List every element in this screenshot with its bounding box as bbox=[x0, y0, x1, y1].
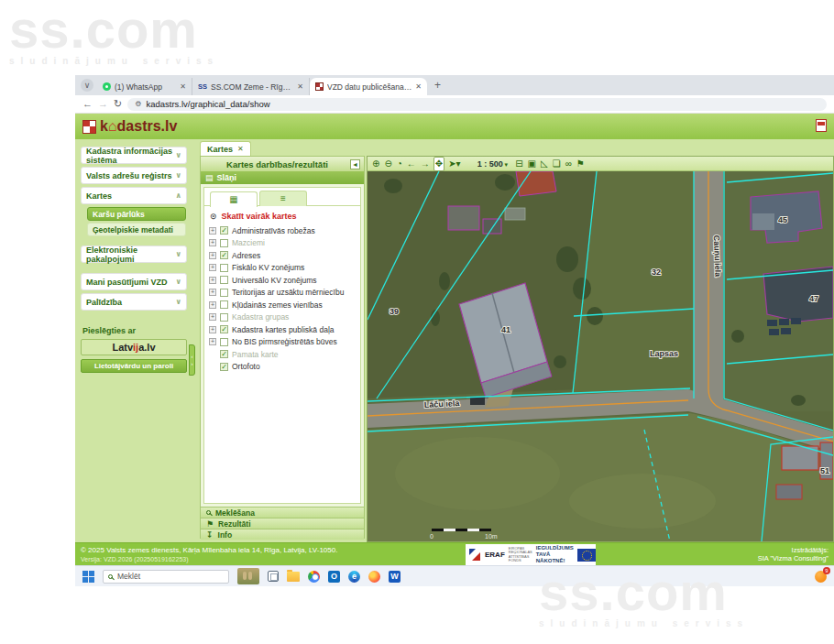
zoom-out-icon[interactable]: ⊖ bbox=[383, 158, 392, 170]
sidebar-collapse-handle[interactable]: ‹› bbox=[189, 344, 195, 376]
ortho-map[interactable]: 39 41 32 45 47 51 Lapsas Lāču iela Cauņu… bbox=[368, 171, 833, 541]
expander-icon[interactable]: + bbox=[209, 301, 216, 309]
forward-icon[interactable]: → bbox=[420, 158, 431, 170]
sidebar-item-mani-pasutijumi-vzd[interactable]: Mani pasūtījumi VZD ∨ bbox=[81, 273, 187, 290]
browser-tab-vzd[interactable]: VZD datu publicēšanas portāls ✕ bbox=[310, 78, 427, 95]
reload-icon[interactable]: ↻ bbox=[114, 99, 122, 109]
layer-row[interactable]: +Fiskālo KV zonējums bbox=[204, 262, 360, 275]
layer-row[interactable]: +✓Pamata karte bbox=[204, 348, 360, 361]
measure-icon[interactable]: ◺ bbox=[540, 158, 549, 170]
browser-tab-whatsapp[interactable]: (1) WhatsApp ✕ bbox=[97, 78, 192, 95]
expander-icon[interactable]: + bbox=[209, 313, 216, 321]
layers-section-header[interactable]: ▤ Slāņi bbox=[201, 171, 364, 184]
print-icon[interactable]: ⊟ bbox=[514, 158, 523, 170]
layer-checkbox[interactable] bbox=[220, 338, 228, 346]
layer-row[interactable]: +✓Ortofoto bbox=[204, 361, 360, 374]
outlook-icon[interactable]: O bbox=[328, 571, 340, 583]
pan-icon[interactable]: ✥ bbox=[433, 157, 444, 171]
layer-checkbox[interactable] bbox=[220, 313, 228, 322]
forward-icon[interactable]: → bbox=[98, 99, 108, 109]
layer-checkbox[interactable]: ✓ bbox=[220, 350, 228, 358]
tab-layer-list[interactable]: ≡ bbox=[259, 191, 307, 206]
new-tab-button[interactable]: + bbox=[434, 79, 441, 92]
layer-checkbox[interactable] bbox=[220, 239, 228, 247]
sidebar-subitem-geotelpiskie-metadati[interactable]: Ģeotelpiskie metadati bbox=[87, 223, 186, 236]
accordion-download[interactable]: ↧Info bbox=[201, 529, 364, 540]
layer-row[interactable]: +Universālo KV zonējums bbox=[204, 274, 360, 287]
layer-row[interactable]: +Kļūdainās zemes vienības bbox=[204, 299, 360, 311]
layer-checkbox[interactable] bbox=[220, 289, 228, 297]
scale-selector[interactable]: 1 : 500 ▾ bbox=[477, 159, 509, 169]
layer-checkbox[interactable]: ✓ bbox=[220, 226, 228, 235]
full-extent-icon[interactable]: ◔ bbox=[396, 158, 403, 170]
browser-tab-sscom[interactable]: SS SS.COM Zeme - Rīgas rajons - ✕ bbox=[192, 78, 310, 95]
layer-checkbox[interactable]: ✓ bbox=[220, 325, 228, 333]
back-icon[interactable]: ← bbox=[82, 99, 93, 109]
address-bar[interactable]: ⚙ kadastrs.lv/graphical_data/show bbox=[127, 98, 827, 111]
taskbar-search-input[interactable]: Meklēt bbox=[103, 570, 229, 584]
firefox-icon[interactable] bbox=[368, 571, 380, 583]
tray-notification-icon[interactable]: 9 bbox=[815, 571, 827, 583]
layer-row[interactable]: +No BIS pirmsreģistrētās būves bbox=[204, 336, 360, 349]
word-icon[interactable]: W bbox=[389, 571, 401, 583]
tab-close-icon[interactable]: ✕ bbox=[297, 82, 303, 91]
layer-checkbox[interactable]: ✓ bbox=[220, 251, 228, 259]
kadastrs-logo[interactable]: k⌂dastrs.lv bbox=[82, 118, 177, 135]
layer-row[interactable]: +✓Adreses bbox=[204, 249, 360, 262]
sidebar-item-label: Valsts adrešu reģistrs bbox=[86, 171, 172, 180]
layer-checkbox[interactable] bbox=[220, 264, 228, 272]
layer-row[interactable]: +Kadastra grupas bbox=[204, 311, 360, 324]
comment-icon[interactable]: ❏ bbox=[552, 158, 562, 170]
layer-checkbox[interactable]: ✓ bbox=[220, 363, 228, 371]
zoom-in-icon[interactable]: ⊕ bbox=[371, 158, 380, 170]
workspace-tab-kartes[interactable]: Kartes ✕ bbox=[200, 141, 251, 156]
sidebar-item-kadastra-informacijas-sistema[interactable]: Kadastra informācijas sistēma ∨ bbox=[81, 147, 187, 164]
tab-layer-tree[interactable]: ▦ bbox=[210, 191, 258, 207]
link-icon[interactable]: ∞ bbox=[565, 158, 573, 170]
sidebar-item-elektroniskie-pakalpojumi[interactable]: Elektroniskie pakalpojumi ∨ bbox=[81, 246, 187, 263]
header-print-icon[interactable] bbox=[816, 119, 827, 132]
show-more-maps-link[interactable]: ⊙ Skatīt vairāk kartes bbox=[210, 212, 357, 221]
map-viewport[interactable]: ⊕⊖◔←→✥➤▾1 : 500 ▾⊟▣◺❏∞⚑ bbox=[367, 156, 834, 542]
tab-close-icon[interactable]: ✕ bbox=[415, 82, 422, 91]
marker-icon[interactable]: ⚑ bbox=[576, 158, 586, 170]
layer-checkbox[interactable] bbox=[220, 276, 228, 284]
expander-icon[interactable]: + bbox=[209, 227, 216, 235]
tab-search-button[interactable]: ∨ bbox=[81, 79, 93, 92]
layer-row[interactable]: +Mazciemi bbox=[204, 237, 360, 250]
sidebar-subitem-karsu-parluks[interactable]: Karšu pārlūks bbox=[87, 207, 186, 221]
chrome-icon[interactable] bbox=[308, 571, 320, 583]
expander-icon[interactable]: + bbox=[209, 264, 216, 271]
expander-icon[interactable]: + bbox=[209, 289, 216, 296]
sidebar-item-valsts-adresu-registrs[interactable]: Valsts adrešu reģistrs ∨ bbox=[81, 167, 187, 184]
username-password-button[interactable]: Lietotājvārdu un paroli bbox=[81, 359, 187, 373]
task-view-icon[interactable] bbox=[268, 571, 279, 582]
taskbar-widget-thumbnail[interactable] bbox=[237, 568, 259, 584]
edge-icon[interactable]: e bbox=[348, 571, 360, 583]
frame-icon[interactable]: ▣ bbox=[527, 158, 537, 170]
expander-icon[interactable]: + bbox=[209, 252, 216, 259]
file-explorer-icon[interactable] bbox=[287, 572, 300, 582]
accordion-search[interactable]: Meklēšana bbox=[201, 507, 364, 518]
expander-icon[interactable]: + bbox=[209, 277, 216, 284]
layer-row[interactable]: +✓Kadastra kartes publiskā daļa bbox=[204, 323, 360, 336]
panel-collapse-button[interactable]: ◄ bbox=[350, 159, 360, 169]
layer-checkbox[interactable] bbox=[220, 300, 228, 309]
sidebar-item-kartes[interactable]: Kartes ∧ bbox=[81, 187, 187, 204]
start-button[interactable] bbox=[82, 571, 94, 583]
layer-row[interactable]: +Teritorijas ar uzsāktu mērniecību bbox=[204, 287, 360, 300]
accordion-pin[interactable]: ⚑Rezultāti bbox=[201, 518, 364, 529]
site-info-icon[interactable]: ⚙ bbox=[135, 100, 141, 108]
workspace-tab-close-icon[interactable]: ✕ bbox=[237, 145, 244, 153]
expander-icon[interactable]: + bbox=[209, 326, 216, 333]
layer-row[interactable]: +✓Administratīvās robežas bbox=[204, 224, 360, 237]
select-icon[interactable]: ➤▾ bbox=[447, 158, 461, 170]
latvija-lv-button[interactable]: Latvija.lv bbox=[81, 339, 187, 355]
layers-content: ▦ ≡ ⊙ Skatīt vairāk kartes +✓Administrat… bbox=[203, 187, 361, 504]
expander-icon[interactable]: + bbox=[209, 239, 216, 246]
back-icon[interactable]: ← bbox=[406, 158, 417, 170]
sidebar-item-palidziba[interactable]: Palīdzība ∨ bbox=[81, 293, 187, 311]
url-text[interactable]: kadastrs.lv/graphical_data/show bbox=[146, 99, 269, 109]
expander-icon[interactable]: + bbox=[209, 338, 216, 345]
tab-close-icon[interactable]: ✕ bbox=[180, 82, 186, 91]
